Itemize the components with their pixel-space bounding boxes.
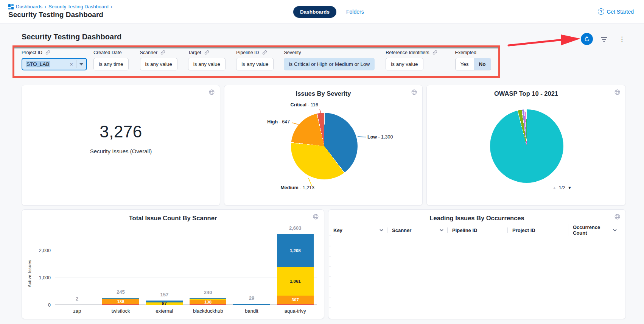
filter-project-id: Project IDSTO_LAB× xyxy=(22,50,87,70)
toggle-option-yes[interactable]: Yes xyxy=(456,58,474,70)
top-header: Dashboards › Security Testing Dashboard … xyxy=(0,0,644,24)
breadcrumb-dashboards-link[interactable]: Dashboards xyxy=(16,4,42,9)
bar-bandit[interactable] xyxy=(233,304,270,305)
combobox-value: STO_LAB xyxy=(26,61,50,67)
help-icon: ? xyxy=(598,8,604,15)
chevron-down-icon[interactable] xyxy=(613,229,617,232)
project-id-combobox[interactable]: STO_LAB× xyxy=(22,58,87,70)
tile-security-issues-overall: 3,276 Security Issues (Overall) xyxy=(22,85,220,206)
y-axis-label: Active Issues xyxy=(27,249,32,298)
bar-group-bandit: 29bandit xyxy=(233,226,270,305)
bar-segment-high: 138 xyxy=(190,300,226,304)
bar-aqua-trivy[interactable]: 3071,0611,208 xyxy=(277,234,314,305)
bar-segment-critical xyxy=(277,304,314,305)
link-icon xyxy=(432,50,437,55)
page-title: Security Testing Dashboard xyxy=(8,11,103,19)
scanner-filter-value[interactable]: is any value xyxy=(140,58,177,70)
bar-group-blackduckhub: 240138blackduckhub xyxy=(190,226,226,305)
page-up-icon[interactable]: ▲ xyxy=(552,185,557,190)
column-header-scanner[interactable]: Scanner xyxy=(387,227,447,233)
filter-label: Severity xyxy=(284,50,375,55)
dashboards-grid-icon xyxy=(8,4,14,9)
x-axis-category-label: twistlock xyxy=(98,308,143,314)
link-icon xyxy=(45,50,50,55)
bar-segment-medium: 1,061 xyxy=(277,267,314,296)
filter-label-text: Target xyxy=(188,50,201,55)
page-down-icon[interactable]: ▼ xyxy=(568,185,572,190)
tile-issues-by-severity: Issues By Severity Low - 1,300Medium - 1… xyxy=(224,85,423,206)
tile-title: Leading Issues By Occurrences xyxy=(328,215,625,222)
target-filter-value[interactable]: is any value xyxy=(188,58,226,70)
x-axis-category-label: blackduckhub xyxy=(185,308,231,314)
created-date-filter-value[interactable]: is any time xyxy=(93,58,129,70)
column-header-key[interactable]: Key xyxy=(333,227,387,233)
column-header-pipeline-id[interactable]: Pipeline ID xyxy=(447,227,507,233)
tile-title: OWASP Top 10 - 2021 xyxy=(427,90,625,97)
pie-label-critical: Critical - 116 xyxy=(291,102,318,107)
severity-pie-chart[interactable] xyxy=(291,113,358,179)
bar-segment-medium xyxy=(102,299,139,299)
more-menu-button[interactable]: ⋮ xyxy=(616,34,624,44)
bar-segment-high: 188 xyxy=(102,299,139,304)
column-header-project-id[interactable]: Project ID xyxy=(507,227,568,233)
page-indicator: 1/2 xyxy=(559,185,565,190)
filter-label: Pipeline ID xyxy=(236,50,274,55)
filter-reference-identifiers: Reference Identifiersis any value xyxy=(386,50,437,70)
bar-group-twistlock: 245188twistlock xyxy=(102,226,139,305)
chevron-down-icon[interactable] xyxy=(76,63,86,65)
y-tick-label: 0 xyxy=(31,302,51,308)
reference-identifiers-filter-value[interactable]: is any value xyxy=(386,58,423,70)
filter-severity: Severityis Critical or High or Medium or… xyxy=(284,50,375,70)
bar-blackduckhub[interactable]: 138 xyxy=(190,298,226,305)
bar-segment-low xyxy=(190,298,226,299)
toggle-option-no[interactable]: No xyxy=(474,58,491,70)
filter-exempted: ExemptedYesNo xyxy=(455,50,491,70)
pipeline-id-filter-value[interactable]: is any value xyxy=(236,58,274,70)
clear-icon[interactable]: × xyxy=(67,61,76,67)
tile-owasp-top-10: OWASP Top 10 - 2021 ▲ 1/2 ▼ xyxy=(426,85,626,206)
pie-pagination: ▲ 1/2 ▼ xyxy=(552,185,572,190)
bar-segment-value: 307 xyxy=(277,298,314,302)
bar-segment-low xyxy=(102,298,139,299)
severity-filter-value[interactable]: is Critical or High or Medium or Low xyxy=(284,58,375,70)
tile-leading-issues-by-occurrences: Leading Issues By Occurrences KeyScanner… xyxy=(328,209,626,319)
bar-segment-value: 1,061 xyxy=(277,279,314,284)
exempted-toggle: YesNo xyxy=(455,58,491,70)
bar-segment-low: 1,208 xyxy=(277,234,314,267)
bar-external[interactable]: 87 xyxy=(146,301,183,305)
dashboard-filters-button[interactable] xyxy=(599,36,608,43)
tile-title: Total Issue Count By Scanner xyxy=(22,215,324,222)
filter-target: Targetis any value xyxy=(188,50,226,70)
overall-issues-value: 3,276 xyxy=(22,122,220,141)
refresh-icon xyxy=(584,36,590,42)
get-started-link[interactable]: ? Get Started xyxy=(598,8,634,15)
breadcrumb-current-link[interactable]: Security Testing Dashboard xyxy=(48,4,109,9)
filter-label-text: Created Date xyxy=(93,50,121,55)
x-axis-category-label: bandit xyxy=(229,308,274,314)
dashboard-title: Security Testing Dashboard xyxy=(22,33,121,41)
column-header-occurrence-count[interactable]: Occurrence Count xyxy=(568,224,621,236)
tab-dashboards[interactable]: Dashboards xyxy=(293,6,336,18)
bar-segment-critical xyxy=(102,304,139,305)
owasp-pie-chart[interactable] xyxy=(490,109,563,183)
filter-label-text: Project ID xyxy=(22,50,42,55)
screen: Dashboards › Security Testing Dashboard … xyxy=(0,0,644,324)
bar-segment-medium: 87 xyxy=(146,302,183,305)
pie-label-high: High - 647 xyxy=(267,119,290,125)
chevron-down-icon[interactable] xyxy=(440,229,443,232)
refresh-button[interactable] xyxy=(581,33,593,45)
filter-label: Reference Identifiers xyxy=(386,50,437,55)
filter-created-date: Created Dateis any time xyxy=(93,50,129,70)
filter-label: Scanner xyxy=(140,50,177,55)
link-icon xyxy=(204,50,209,55)
tab-folders[interactable]: Folders xyxy=(346,9,364,15)
filter-label: Exempted xyxy=(455,50,491,55)
bar-segment-value: 1,208 xyxy=(277,248,314,252)
link-icon xyxy=(160,50,165,55)
filter-label-text: Scanner xyxy=(140,50,158,55)
bar-segment-low xyxy=(233,304,270,305)
filter-scanner: Scanneris any value xyxy=(140,50,177,70)
bar-twistlock[interactable]: 188 xyxy=(102,298,139,305)
chevron-down-icon[interactable] xyxy=(380,229,383,232)
filter-label-text: Reference Identifiers xyxy=(386,50,429,55)
